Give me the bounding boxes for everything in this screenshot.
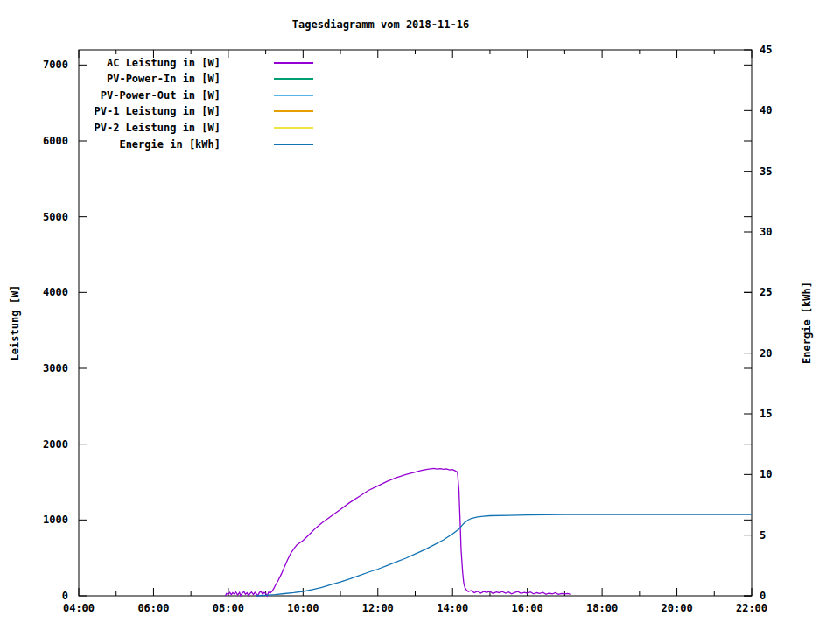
legend-label: PV-Power-In in [W] [79,73,220,85]
y-tick-label: 1000 [16,514,68,526]
y-tick-label: 4000 [16,287,68,298]
y2-tick-label: 10 [760,469,772,480]
x-tick-label: 10:00 [287,603,318,614]
x-tick-label: 18:00 [586,603,618,614]
x-tick-label: 06:00 [137,603,169,614]
y-tick-label: 3000 [16,363,68,374]
y-tick-label: 6000 [16,136,68,147]
y2-tick-label: 45 [760,45,772,56]
legend-line-sample [274,62,313,64]
x-tick-label: 16:00 [512,603,543,614]
y2-tick-label: 30 [760,227,772,238]
legend-line-sample [274,78,313,80]
y2-tick-label: 15 [760,409,772,420]
x-tick-label: 12:00 [362,603,394,614]
x-tick-label: 04:00 [63,603,94,614]
legend-label: PV-Power-Out in [W] [79,89,220,102]
y2-tick-label: 40 [760,105,772,116]
y2-tick-label: 25 [760,287,772,298]
x-tick-label: 22:00 [736,603,767,614]
x-tick-label: 20:00 [661,603,692,614]
y-tick-label: 2000 [16,438,68,450]
y2-tick-label: 0 [760,591,766,602]
legend-line-sample [274,110,313,112]
x-tick-label: 08:00 [213,603,244,614]
y2-tick-label: 35 [760,165,772,177]
series-line-0 [226,468,571,596]
legend-label: PV-2 Leistung in [W] [79,122,220,134]
y-tick-label: 5000 [16,211,68,222]
legend-label: Energie in [kWh] [79,138,220,150]
legend-line-sample [274,144,313,145]
legend-line-sample [274,94,313,96]
y2-tick-label: 20 [760,347,772,359]
legend-label: AC Leistung in [W] [79,57,220,69]
chart-canvas: Tagesdiagramm vom 2018-11-16 Leistung [W… [0,0,840,630]
y-tick-label: 0 [16,591,68,602]
x-tick-label: 14:00 [437,603,468,614]
legend-label: PV-1 Leistung in [W] [79,105,220,117]
series-line-5 [256,514,752,596]
y2-tick-label: 5 [760,529,766,541]
legend-line-sample [274,127,313,129]
y-tick-label: 7000 [16,60,68,71]
